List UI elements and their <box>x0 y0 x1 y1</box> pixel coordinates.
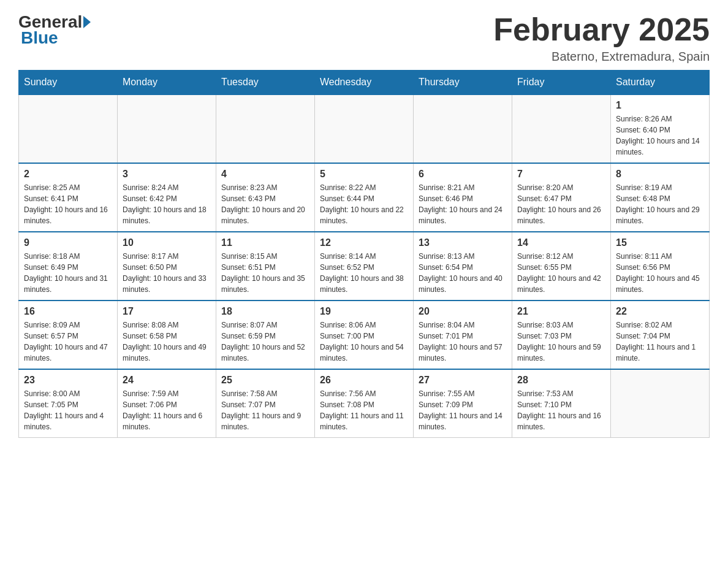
day-info: Sunrise: 8:11 AM Sunset: 6:56 PM Dayligh… <box>616 251 704 295</box>
calendar-cell: 2Sunrise: 8:25 AM Sunset: 6:41 PM Daylig… <box>19 163 118 232</box>
day-number: 17 <box>123 306 211 317</box>
day-number: 6 <box>419 169 507 180</box>
day-number: 20 <box>419 306 507 317</box>
calendar-cell: 11Sunrise: 8:15 AM Sunset: 6:51 PM Dayli… <box>216 232 315 301</box>
day-info: Sunrise: 7:59 AM Sunset: 7:06 PM Dayligh… <box>123 388 211 432</box>
day-info: Sunrise: 8:08 AM Sunset: 6:58 PM Dayligh… <box>123 320 211 364</box>
calendar-cell: 23Sunrise: 8:00 AM Sunset: 7:05 PM Dayli… <box>19 369 118 438</box>
calendar-cell <box>512 94 611 163</box>
day-info: Sunrise: 8:04 AM Sunset: 7:01 PM Dayligh… <box>419 320 507 364</box>
day-number: 25 <box>221 375 309 386</box>
calendar-cell: 4Sunrise: 8:23 AM Sunset: 6:43 PM Daylig… <box>216 163 315 232</box>
page-header: General Blue February 2025 Baterno, Extr… <box>18 12 710 64</box>
title-section: February 2025 Baterno, Extremadura, Spai… <box>493 12 710 64</box>
day-number: 3 <box>123 169 211 180</box>
day-info: Sunrise: 8:06 AM Sunset: 7:00 PM Dayligh… <box>320 320 408 364</box>
calendar-cell <box>216 94 315 163</box>
day-number: 19 <box>320 306 408 317</box>
calendar-cell <box>414 94 512 163</box>
calendar-cell: 20Sunrise: 8:04 AM Sunset: 7:01 PM Dayli… <box>414 301 512 369</box>
day-info: Sunrise: 7:56 AM Sunset: 7:08 PM Dayligh… <box>320 388 408 432</box>
logo: General Blue <box>18 12 92 48</box>
calendar-cell <box>611 369 710 438</box>
calendar-header-monday: Monday <box>118 71 216 95</box>
week-row-4: 16Sunrise: 8:09 AM Sunset: 6:57 PM Dayli… <box>19 301 710 369</box>
day-number: 9 <box>24 237 112 248</box>
day-number: 14 <box>517 237 605 248</box>
day-info: Sunrise: 7:55 AM Sunset: 7:09 PM Dayligh… <box>419 388 507 432</box>
day-info: Sunrise: 8:25 AM Sunset: 6:41 PM Dayligh… <box>24 182 112 226</box>
calendar-cell: 21Sunrise: 8:03 AM Sunset: 7:03 PM Dayli… <box>512 301 611 369</box>
day-number: 24 <box>123 375 211 386</box>
day-info: Sunrise: 8:13 AM Sunset: 6:54 PM Dayligh… <box>419 251 507 295</box>
day-number: 21 <box>517 306 605 317</box>
day-info: Sunrise: 8:22 AM Sunset: 6:44 PM Dayligh… <box>320 182 408 226</box>
day-info: Sunrise: 7:58 AM Sunset: 7:07 PM Dayligh… <box>221 388 309 432</box>
calendar-cell: 8Sunrise: 8:19 AM Sunset: 6:48 PM Daylig… <box>611 163 710 232</box>
calendar-cell: 6Sunrise: 8:21 AM Sunset: 6:46 PM Daylig… <box>414 163 512 232</box>
day-info: Sunrise: 8:19 AM Sunset: 6:48 PM Dayligh… <box>616 182 704 226</box>
day-info: Sunrise: 8:20 AM Sunset: 6:47 PM Dayligh… <box>517 182 605 226</box>
calendar-cell <box>118 94 216 163</box>
calendar-cell: 15Sunrise: 8:11 AM Sunset: 6:56 PM Dayli… <box>611 232 710 301</box>
day-info: Sunrise: 8:15 AM Sunset: 6:51 PM Dayligh… <box>221 251 309 295</box>
calendar-cell: 24Sunrise: 7:59 AM Sunset: 7:06 PM Dayli… <box>118 369 216 438</box>
location-text: Baterno, Extremadura, Spain <box>493 50 710 64</box>
week-row-2: 2Sunrise: 8:25 AM Sunset: 6:41 PM Daylig… <box>19 163 710 232</box>
week-row-1: 1Sunrise: 8:26 AM Sunset: 6:40 PM Daylig… <box>19 94 710 163</box>
calendar-cell: 22Sunrise: 8:02 AM Sunset: 7:04 PM Dayli… <box>611 301 710 369</box>
day-number: 4 <box>221 169 309 180</box>
day-number: 1 <box>616 100 704 111</box>
day-info: Sunrise: 8:07 AM Sunset: 6:59 PM Dayligh… <box>221 320 309 364</box>
day-number: 22 <box>616 306 704 317</box>
calendar-cell: 12Sunrise: 8:14 AM Sunset: 6:52 PM Dayli… <box>315 232 414 301</box>
calendar-table: SundayMondayTuesdayWednesdayThursdayFrid… <box>18 70 710 438</box>
calendar-cell: 3Sunrise: 8:24 AM Sunset: 6:42 PM Daylig… <box>118 163 216 232</box>
calendar-cell: 18Sunrise: 8:07 AM Sunset: 6:59 PM Dayli… <box>216 301 315 369</box>
week-row-3: 9Sunrise: 8:18 AM Sunset: 6:49 PM Daylig… <box>19 232 710 301</box>
day-info: Sunrise: 8:14 AM Sunset: 6:52 PM Dayligh… <box>320 251 408 295</box>
calendar-cell: 28Sunrise: 7:53 AM Sunset: 7:10 PM Dayli… <box>512 369 611 438</box>
day-info: Sunrise: 7:53 AM Sunset: 7:10 PM Dayligh… <box>517 388 605 432</box>
calendar-header-thursday: Thursday <box>414 71 512 95</box>
calendar-header-saturday: Saturday <box>611 71 710 95</box>
day-number: 7 <box>517 169 605 180</box>
day-info: Sunrise: 8:12 AM Sunset: 6:55 PM Dayligh… <box>517 251 605 295</box>
calendar-cell: 10Sunrise: 8:17 AM Sunset: 6:50 PM Dayli… <box>118 232 216 301</box>
calendar-header-sunday: Sunday <box>19 71 118 95</box>
day-number: 8 <box>616 169 704 180</box>
calendar-cell: 1Sunrise: 8:26 AM Sunset: 6:40 PM Daylig… <box>611 94 710 163</box>
day-info: Sunrise: 8:02 AM Sunset: 7:04 PM Dayligh… <box>616 320 704 364</box>
calendar-cell <box>19 94 118 163</box>
day-number: 23 <box>24 375 112 386</box>
day-number: 12 <box>320 237 408 248</box>
calendar-cell <box>315 94 414 163</box>
calendar-cell: 25Sunrise: 7:58 AM Sunset: 7:07 PM Dayli… <box>216 369 315 438</box>
calendar-cell: 27Sunrise: 7:55 AM Sunset: 7:09 PM Dayli… <box>414 369 512 438</box>
day-number: 11 <box>221 237 309 248</box>
day-info: Sunrise: 8:26 AM Sunset: 6:40 PM Dayligh… <box>616 113 704 158</box>
day-number: 16 <box>24 306 112 317</box>
day-number: 2 <box>24 169 112 180</box>
day-info: Sunrise: 8:17 AM Sunset: 6:50 PM Dayligh… <box>123 251 211 295</box>
day-number: 10 <box>123 237 211 248</box>
calendar-cell: 5Sunrise: 8:22 AM Sunset: 6:44 PM Daylig… <box>315 163 414 232</box>
calendar-cell: 19Sunrise: 8:06 AM Sunset: 7:00 PM Dayli… <box>315 301 414 369</box>
calendar-cell: 13Sunrise: 8:13 AM Sunset: 6:54 PM Dayli… <box>414 232 512 301</box>
day-number: 27 <box>419 375 507 386</box>
day-number: 18 <box>221 306 309 317</box>
calendar-header-wednesday: Wednesday <box>315 71 414 95</box>
calendar-cell: 16Sunrise: 8:09 AM Sunset: 6:57 PM Dayli… <box>19 301 118 369</box>
logo-arrow-icon <box>83 16 91 28</box>
day-number: 26 <box>320 375 408 386</box>
day-info: Sunrise: 8:21 AM Sunset: 6:46 PM Dayligh… <box>419 182 507 226</box>
calendar-cell: 26Sunrise: 7:56 AM Sunset: 7:08 PM Dayli… <box>315 369 414 438</box>
day-info: Sunrise: 8:09 AM Sunset: 6:57 PM Dayligh… <box>24 320 112 364</box>
day-info: Sunrise: 8:03 AM Sunset: 7:03 PM Dayligh… <box>517 320 605 364</box>
logo-blue-text: Blue <box>21 28 58 47</box>
calendar-cell: 14Sunrise: 8:12 AM Sunset: 6:55 PM Dayli… <box>512 232 611 301</box>
calendar-header-friday: Friday <box>512 71 611 95</box>
day-info: Sunrise: 8:24 AM Sunset: 6:42 PM Dayligh… <box>123 182 211 226</box>
calendar-cell: 17Sunrise: 8:08 AM Sunset: 6:58 PM Dayli… <box>118 301 216 369</box>
calendar-cell: 7Sunrise: 8:20 AM Sunset: 6:47 PM Daylig… <box>512 163 611 232</box>
